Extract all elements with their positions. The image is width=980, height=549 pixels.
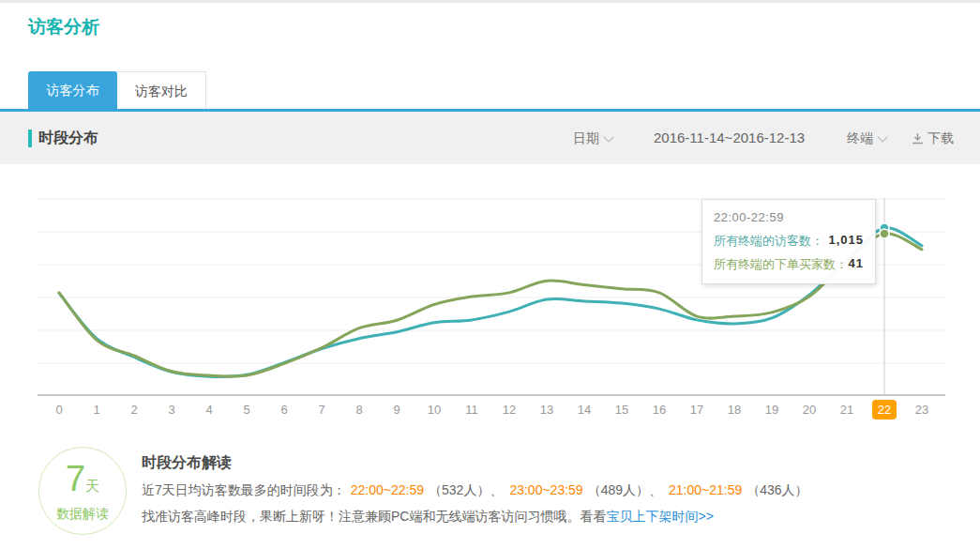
insight-advice-line: 找准访客高峰时段，果断上新呀！注意兼顾PC端和无线端访客访问习惯哦。看看宝贝上下…	[142, 508, 948, 526]
tooltip-row-visitors: 所有终端的访客数： 1,015	[714, 233, 864, 250]
x-axis-label: 11	[458, 403, 486, 417]
peak-count-3: （436人）	[746, 482, 807, 497]
tooltip-visitors-value: 1,015	[828, 233, 864, 250]
x-axis-label: 13	[533, 403, 561, 417]
x-axis-label: 12	[495, 403, 523, 417]
seven-day-insight-badge: 7天 数据解读	[38, 447, 127, 535]
peak-time-2: 23:00~23:59	[509, 482, 582, 497]
x-axis-label: 14	[570, 403, 598, 417]
chart-tooltip: 22:00-22:59 所有终端的访客数： 1,015 所有终端的下单买家数： …	[701, 199, 876, 284]
badge-number: 7	[66, 459, 85, 498]
x-axis-label: 18	[720, 403, 748, 417]
insight-peaks-line: 近7天日均访客数最多的时间段为：22:00~22:59（532人）、23:00~…	[142, 481, 948, 499]
x-axis-label: 23	[908, 403, 936, 417]
insight-intro: 近7天日均访客数最多的时间段为：	[142, 482, 346, 497]
badge-days: 7天	[39, 461, 126, 504]
peak-count-2: （489人）、	[588, 482, 662, 497]
tooltip-buyers-label: 所有终端的下单买家数：	[714, 256, 848, 273]
tooltip-buyers-value: 41	[849, 256, 864, 273]
badge-caption: 数据解读	[39, 506, 126, 523]
x-axis-label: 9	[383, 403, 411, 417]
badge-unit: 天	[85, 478, 99, 494]
x-axis-label: 2	[120, 403, 148, 417]
insight-advice-text: 找准访客高峰时段，果断上新呀！注意兼顾PC端和无线端访客访问习惯哦。看看	[142, 509, 606, 524]
listing-schedule-link[interactable]: 宝贝上下架时间>>	[606, 509, 713, 524]
peak-count-1: （532人）、	[429, 482, 503, 497]
x-axis-label: 5	[233, 403, 261, 417]
tooltip-visitors-label: 所有终端的访客数：	[714, 233, 823, 250]
x-axis-label: 10	[420, 403, 448, 417]
x-axis-label-highlighted: 22	[872, 400, 897, 419]
x-axis-label: 4	[195, 403, 223, 417]
x-axis-label: 3	[158, 403, 186, 417]
x-axis-label: 1	[83, 403, 111, 417]
x-axis-label: 0	[45, 403, 73, 417]
x-axis-label: 8	[345, 403, 373, 417]
highlight-dot-buyers	[880, 229, 889, 238]
x-axis-label: 17	[683, 403, 711, 417]
insight-title: 时段分布解读	[142, 453, 948, 473]
insight-panel: 时段分布解读 近7天日均访客数最多的时间段为：22:00~22:59（532人）…	[142, 453, 948, 526]
x-axis-label: 15	[608, 403, 636, 417]
x-axis-label: 6	[270, 403, 298, 417]
x-axis-label: 16	[645, 403, 673, 417]
peak-time-3: 21:00~21:59	[669, 482, 742, 497]
x-axis-label: 21	[833, 403, 861, 417]
x-axis-label: 19	[758, 403, 786, 417]
tooltip-row-buyers: 所有终端的下单买家数： 41	[714, 256, 864, 273]
tooltip-time-range: 22:00-22:59	[714, 210, 864, 224]
visitor-analysis-page: 访客分析 访客分布 访客对比 时段分布 日期 2016-11-14~2016-1…	[0, 0, 980, 549]
x-axis-label: 20	[795, 403, 823, 417]
peak-time-1: 22:00~22:59	[351, 482, 424, 497]
x-axis-label: 7	[308, 403, 336, 417]
